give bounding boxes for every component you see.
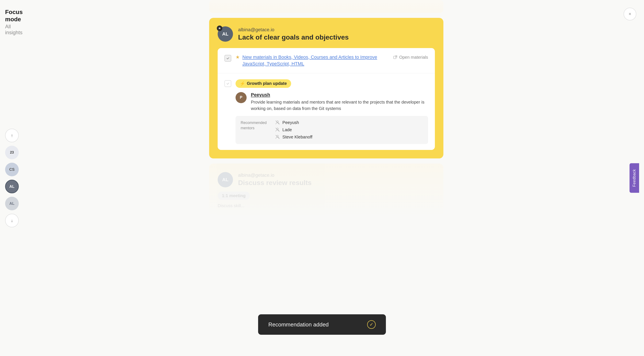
mentor-list: Peeyush Lade bbox=[275, 120, 312, 140]
material-link: ★ New materials in Books, Videos, Course… bbox=[236, 54, 389, 67]
open-materials-button[interactable]: Open materials bbox=[393, 55, 428, 60]
avatar-list: ↑ 23 CS AL AL ↓ bbox=[5, 129, 19, 227]
mentor-name: Steve Klebanoff bbox=[282, 135, 312, 140]
commenter-name[interactable]: Peeyush bbox=[251, 92, 428, 98]
card-inner: ★ New materials in Books, Videos, Course… bbox=[218, 48, 435, 150]
faded-badge: 1:1 meeting bbox=[218, 192, 435, 200]
card-avatar: AL bbox=[218, 26, 233, 42]
avatar-badge-al-small[interactable]: AL bbox=[5, 197, 19, 210]
checkbox-growth[interactable] bbox=[224, 80, 231, 87]
card-faded-top bbox=[209, 0, 444, 13]
checkbox-materials[interactable] bbox=[224, 55, 231, 62]
card-main: AL albina@getace.io Lack of clear goals … bbox=[209, 18, 444, 159]
nav-up-arrow[interactable]: ↑ bbox=[5, 129, 19, 142]
card-row-growth: ⚡ Growth plan update P Peeyush Provide l… bbox=[218, 73, 435, 150]
avatar-badge-cs[interactable]: CS bbox=[5, 163, 19, 176]
mentor-icon bbox=[275, 127, 280, 133]
faded-meeting-badge: 1:1 meeting bbox=[218, 192, 250, 200]
avatar-app-icon bbox=[217, 25, 222, 31]
growth-content: ⚡ Growth plan update P Peeyush Provide l… bbox=[236, 79, 428, 144]
svg-line-2 bbox=[276, 121, 280, 124]
list-item: Lade bbox=[275, 127, 312, 133]
faded-user-info: albina@getace.io Discuss review results bbox=[238, 173, 312, 187]
star-icon: ★ bbox=[236, 54, 240, 60]
faded-avatar: AL bbox=[218, 172, 233, 187]
card-row-materials: ★ New materials in Books, Videos, Course… bbox=[218, 48, 435, 73]
comment-text: Provide learning materials and mentors t… bbox=[251, 99, 428, 112]
card-faded-bottom: AL albina@getace.io Discuss review resul… bbox=[209, 164, 444, 217]
svg-rect-0 bbox=[394, 56, 396, 59]
materials-content: ★ New materials in Books, Videos, Course… bbox=[236, 54, 389, 67]
faded-comment-text: Discuss skill... bbox=[218, 203, 435, 208]
avatar-badge-number[interactable]: 23 bbox=[5, 146, 19, 159]
growth-badge: ⚡ Growth plan update bbox=[236, 79, 291, 88]
focus-mode-subtitle: All insights bbox=[5, 24, 20, 35]
svg-line-6 bbox=[276, 135, 280, 139]
toast-notification: Recommendation added ✓ bbox=[258, 314, 386, 335]
card-faded-header: AL albina@getace.io Discuss review resul… bbox=[218, 172, 435, 187]
material-link-text[interactable]: New materials in Books, Videos, Courses … bbox=[242, 54, 389, 67]
mentor-name: Peeyush bbox=[282, 120, 299, 125]
nav-down-arrow[interactable]: ↓ bbox=[5, 214, 19, 227]
list-item: Steve Klebanoff bbox=[275, 135, 312, 140]
feedback-button[interactable]: Feedback bbox=[630, 163, 639, 193]
external-link-icon bbox=[393, 55, 398, 60]
svg-point-5 bbox=[277, 135, 278, 137]
mentor-icon bbox=[275, 135, 280, 140]
commenter-avatar: P bbox=[236, 92, 246, 103]
mentors-label: Recommendedmentors bbox=[241, 120, 267, 140]
toast-message: Recommendation added bbox=[268, 321, 328, 328]
list-item: Peeyush bbox=[275, 120, 312, 125]
card-user-info: albina@getace.io Lack of clear goals and… bbox=[238, 27, 348, 41]
lightning-icon: ⚡ bbox=[240, 81, 245, 86]
avatar-badge-al-active[interactable]: AL bbox=[5, 180, 19, 193]
svg-line-4 bbox=[276, 128, 280, 132]
focus-mode-title: Focus mode bbox=[5, 8, 20, 23]
svg-point-1 bbox=[277, 121, 278, 123]
mentor-icon bbox=[275, 120, 280, 125]
comment-section: P Peeyush Provide learning materials and… bbox=[236, 92, 428, 112]
mentors-table: Recommendedmentors Pe bbox=[236, 116, 428, 144]
mentor-name: Lade bbox=[282, 127, 292, 132]
comment-body: Peeyush Provide learning materials and m… bbox=[251, 92, 428, 112]
svg-point-3 bbox=[277, 128, 278, 130]
toast-check-icon: ✓ bbox=[367, 320, 376, 329]
main-content: AL albina@getace.io Lack of clear goals … bbox=[26, 0, 627, 356]
card-main-header: AL albina@getace.io Lack of clear goals … bbox=[218, 26, 435, 42]
